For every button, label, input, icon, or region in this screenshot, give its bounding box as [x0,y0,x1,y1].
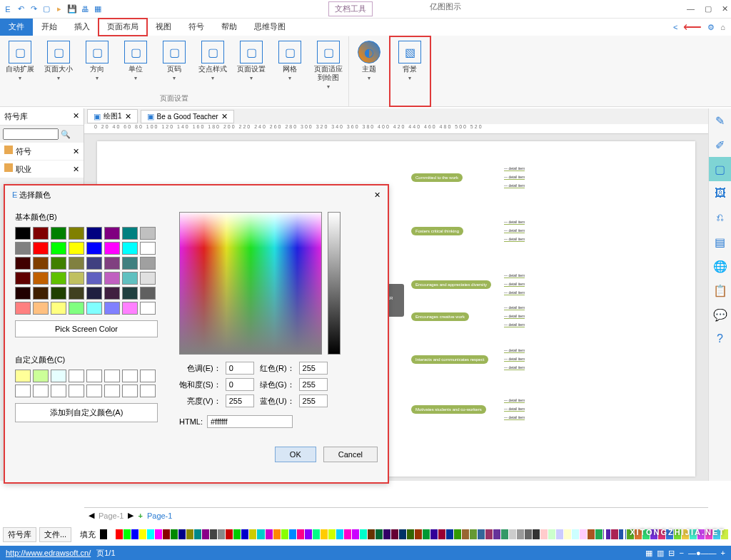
color-swatch[interactable] [104,272,120,285]
palette-swatch[interactable] [705,529,712,539]
palette-swatch[interactable] [674,529,681,539]
mindmap-leaf[interactable]: — detail item [504,415,525,420]
color-swatch[interactable] [104,257,120,270]
custom-color-swatch[interactable] [33,385,49,397]
color-swatch[interactable] [140,257,156,270]
palette-swatch[interactable] [266,529,273,539]
color-swatch[interactable] [140,302,156,315]
symbol-search-input[interactable] [3,128,59,140]
mindmap-leaf[interactable]: — detail item [504,305,525,310]
color-swatch[interactable] [122,227,138,240]
custom-color-swatch[interactable] [51,370,66,382]
color-swatch[interactable] [69,272,84,285]
edit-icon[interactable]: ✐ [709,133,731,157]
mindmap-node[interactable]: Encourages and appreciates diversity [411,280,491,289]
zoom-out-icon[interactable]: − [679,549,683,557]
redo-icon[interactable]: ↷ [29,4,39,14]
ribbon-页面设置[interactable]: ▢页面设置▾ [233,39,270,91]
palette-swatch[interactable] [564,529,571,539]
mindmap-node[interactable]: Motivates students and co-workers [411,405,486,414]
page-tab[interactable]: Page-1 [99,511,123,520]
custom-color-swatch[interactable] [104,385,120,397]
color-swatch[interactable] [104,287,120,300]
mindmap-leaf[interactable]: — detail item [504,175,525,180]
color-swatch[interactable] [51,287,66,300]
val-input[interactable] [226,394,254,407]
mindmap-leaf[interactable]: — detail item [504,348,525,353]
palette-swatch[interactable] [289,529,296,539]
palette-swatch[interactable] [352,529,359,539]
palette-swatch[interactable] [627,529,634,539]
palette-swatch[interactable] [297,529,304,539]
palette-swatch[interactable] [658,529,665,539]
view-outline-icon[interactable]: ▥ [657,549,664,558]
page-tab-active[interactable]: Page-1 [147,511,172,520]
palette-swatch[interactable] [131,529,138,539]
ribbon-网格[interactable]: ▢网格▾ [271,39,308,91]
color-swatch[interactable] [15,242,31,255]
custom-color-swatch[interactable] [15,385,31,397]
color-swatch[interactable] [51,242,66,255]
color-swatch[interactable] [69,242,84,255]
image-icon[interactable]: 🖼 [709,181,731,205]
color-swatch[interactable] [15,272,31,285]
custom-color-swatch[interactable] [86,370,102,382]
ribbon-方向[interactable]: ▢方向▾ [79,39,116,91]
custom-color-swatch[interactable] [104,370,120,382]
blue-input[interactable] [299,394,328,407]
color-swatch[interactable] [69,227,84,240]
mindmap-leaf[interactable]: — detail item [504,407,525,412]
footer-url[interactable]: http://www.edrawsoft.cn/ [6,549,91,557]
custom-color-swatch[interactable] [140,385,156,397]
ribbon-页面大小[interactable]: ▢页面大小▾ [40,39,77,91]
tab-file[interactable]: 文件 [0,19,33,36]
search-icon[interactable]: 🔍 [61,130,71,138]
fill-panel-icon[interactable]: ▢ [709,157,731,181]
green-input[interactable] [299,378,328,391]
close-icon[interactable]: ✕ [722,4,728,14]
palette-swatch[interactable] [210,529,217,539]
comment-icon[interactable]: 💬 [709,302,731,327]
palette-swatch[interactable] [572,529,579,539]
view-mode-icon[interactable]: ▦ [645,549,652,558]
ribbon-页面适应到绘图[interactable]: ▢页面适应到绘图▾ [310,39,347,91]
value-slider[interactable] [328,212,341,355]
color-swatch[interactable] [104,242,120,255]
palette-swatch[interactable] [509,529,516,539]
tab-帮助[interactable]: 帮助 [213,19,246,36]
mindmap-node[interactable]: Encourages creative work [411,312,469,321]
palette-swatch[interactable] [163,529,170,539]
open-icon[interactable]: ▸ [54,4,64,14]
palette-swatch[interactable] [391,529,398,539]
palette-swatch[interactable] [273,529,281,539]
zoom-slider[interactable]: ―●―― [688,549,717,557]
palette-swatch[interactable] [139,529,146,539]
ribbon-自动扩展[interactable]: ▢自动扩展▾ [1,39,39,91]
next-page-icon[interactable]: ▶ [128,511,133,520]
palette-swatch[interactable] [493,529,500,539]
palette-swatch[interactable] [407,529,414,539]
palette-swatch[interactable] [108,529,115,539]
palette-swatch[interactable] [650,529,657,539]
color-swatch[interactable] [51,272,66,285]
mindmap-leaf[interactable]: — detail item [504,273,525,278]
mindmap-leaf[interactable]: — detail item [504,398,525,403]
share-icon[interactable]: < [673,23,677,31]
footer-tab-files[interactable]: 文件... [39,527,71,542]
palette-swatch[interactable] [619,529,626,539]
close-icon[interactable]: ✕ [73,147,79,156]
palette-swatch[interactable] [155,529,162,539]
palette-swatch[interactable] [423,529,430,539]
color-swatch[interactable] [122,302,138,315]
palette-swatch[interactable] [257,529,264,539]
html-input[interactable] [207,415,293,428]
settings-icon[interactable]: ⚙ [707,23,715,32]
palette-swatch[interactable] [313,529,320,539]
close-tab-icon[interactable]: ✕ [221,112,228,121]
help-panel-icon[interactable]: ? [709,327,731,351]
minimize-icon[interactable]: ― [687,4,695,14]
palette-swatch[interactable] [186,529,193,539]
custom-color-swatch[interactable] [15,370,31,382]
palette-swatch[interactable] [438,529,445,539]
color-swatch[interactable] [86,302,102,315]
